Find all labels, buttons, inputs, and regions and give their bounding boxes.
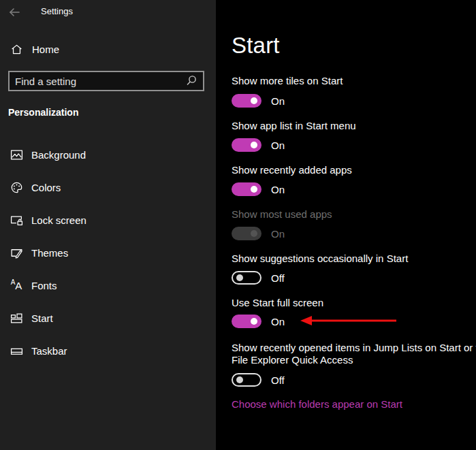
sidebar-item-colors[interactable]: Colors <box>0 171 216 204</box>
sidebar-item-themes[interactable]: Themes <box>0 236 216 269</box>
setting-label-most-used: Show most used apps <box>232 208 332 220</box>
toggle-full-screen[interactable] <box>232 315 261 328</box>
toggle-state-label: On <box>271 228 285 240</box>
setting-label-line2: File Explorer Quick Access <box>232 354 476 366</box>
sidebar-item-home[interactable]: Home <box>0 35 216 63</box>
toggle-knob <box>236 274 243 281</box>
sidebar-item-label: Start <box>31 312 53 324</box>
search-icon[interactable] <box>184 74 199 89</box>
sidebar-item-label: Fonts <box>31 280 57 291</box>
sidebar-nav: Background Colors <box>0 138 216 367</box>
toggle-knob <box>251 186 257 193</box>
toggle-suggestions[interactable] <box>232 271 261 285</box>
sidebar-item-start[interactable]: Start <box>0 302 216 334</box>
search-input[interactable] <box>10 76 184 87</box>
toggle-state-label: On <box>271 140 285 151</box>
red-arrow-annotation <box>300 315 398 330</box>
sidebar-item-label: Taskbar <box>31 345 67 357</box>
setting-label-line1: Show recently opened items in Jump Lists… <box>232 342 476 354</box>
toggle-knob <box>251 97 257 104</box>
taskbar-icon <box>10 344 23 357</box>
page-title: Start <box>232 33 280 59</box>
setting-label-recently-added: Show recently added apps <box>232 164 352 176</box>
sidebar-item-label: Background <box>31 149 86 161</box>
sidebar: Settings Home Personalization <box>0 0 216 450</box>
sidebar-item-taskbar[interactable]: Taskbar <box>0 334 216 367</box>
back-icon[interactable] <box>7 5 22 20</box>
sidebar-item-label: Home <box>32 44 59 55</box>
home-icon <box>10 42 23 56</box>
toggle-jump-lists[interactable] <box>232 373 261 387</box>
background-icon <box>10 148 23 161</box>
toggle-state-label: On <box>271 316 285 327</box>
sidebar-item-fonts[interactable]: AA Fonts <box>0 269 216 302</box>
toggle-knob <box>251 230 257 237</box>
start-icon <box>10 311 23 325</box>
toggle-knob <box>251 318 257 325</box>
toggle-knob <box>251 142 257 148</box>
toggle-knob <box>236 376 243 383</box>
sidebar-item-lock-screen[interactable]: Lock screen <box>0 204 216 236</box>
fonts-icon: AA <box>10 278 23 292</box>
toggle-most-used <box>232 227 261 240</box>
toggle-state-label: Off <box>271 272 285 284</box>
setting-label-jump-lists: Show recently opened items in Jump Lists… <box>232 342 476 366</box>
setting-label-suggestions: Show suggestions occasionally in Start <box>232 253 408 264</box>
titlebar: Settings <box>0 0 216 23</box>
setting-label-show-more-tiles: Show more tiles on Start <box>232 75 343 86</box>
toggle-recently-added[interactable] <box>232 182 261 196</box>
toggle-state-label: On <box>271 184 285 195</box>
section-header-personalization: Personalization <box>8 107 78 118</box>
setting-label-full-screen: Use Start full screen <box>232 297 323 308</box>
app-title: Settings <box>41 6 73 16</box>
toggle-show-more-tiles[interactable] <box>232 94 261 108</box>
toggle-state-label: On <box>271 95 285 107</box>
sidebar-item-label: Colors <box>31 182 61 193</box>
colors-icon <box>10 180 23 194</box>
sidebar-item-label: Themes <box>31 247 68 259</box>
sidebar-item-background[interactable]: Background <box>0 138 216 171</box>
main-content: Start Show more tiles on Start On Show a… <box>216 0 476 450</box>
toggle-show-app-list[interactable] <box>232 138 261 152</box>
choose-folders-link[interactable]: Choose which folders appear on Start <box>232 398 402 410</box>
toggle-state-label: Off <box>271 374 285 386</box>
setting-label-show-app-list: Show app list in Start menu <box>232 120 356 131</box>
lock-screen-icon <box>10 213 23 227</box>
search-box <box>8 71 204 91</box>
sidebar-item-label: Lock screen <box>31 214 86 226</box>
themes-icon <box>10 246 23 259</box>
